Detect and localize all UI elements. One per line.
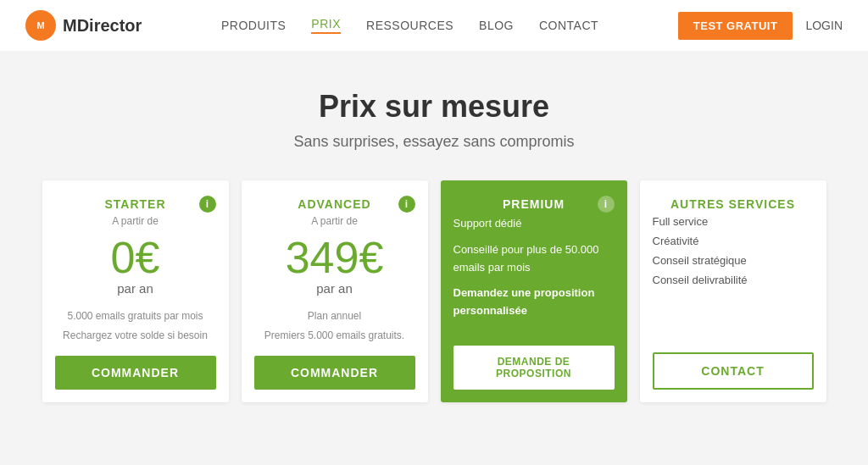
svg-text:M: M	[36, 20, 44, 30]
starter-card: STARTER i A partir de 0€ par an 5.000 em…	[42, 180, 229, 402]
premium-title: PREMIUM	[503, 197, 565, 211]
starter-title: STARTER	[104, 197, 165, 211]
nav-ressources[interactable]: RESSOURCES	[366, 19, 453, 32]
premium-proposition-button[interactable]: DEMANDE DE PROPOSITION	[453, 346, 615, 390]
premium-feature2: Conseillé pour plus de 50.000 emails par…	[453, 241, 615, 277]
nav-produits[interactable]: PRODUITS	[221, 19, 286, 32]
autres-services-list: Full service Créativité Conseil stratégi…	[653, 215, 814, 293]
premium-card: PREMIUM i Support dédié Conseillé pour p…	[441, 180, 627, 402]
advanced-price: 349€	[286, 235, 384, 280]
advanced-a-partir: A partir de	[311, 215, 358, 227]
nav-prix[interactable]: PRIX	[311, 17, 341, 34]
starter-commander-button[interactable]: COMMANDER	[55, 356, 216, 390]
starter-info-icon[interactable]: i	[199, 196, 216, 213]
nav-contact[interactable]: CONTACT	[539, 19, 598, 32]
premium-feature3: Demandez une proposition personnalisée	[453, 285, 615, 320]
autres-title: AUTRES SERVICES	[670, 197, 795, 211]
advanced-par-an: par an	[316, 281, 353, 296]
starter-par-an: par an	[117, 281, 153, 296]
advanced-desc2: Premiers 5.000 emails gratuits.	[264, 328, 404, 343]
logo-icon: M	[25, 10, 56, 41]
autres-contact-button[interactable]: CONTACT	[653, 352, 814, 390]
service-strategie: Conseil stratégique	[653, 254, 814, 267]
starter-desc2: Rechargez votre solde si besoin	[63, 328, 208, 343]
autres-services-card: AUTRES SERVICES Full service Créativité …	[640, 180, 826, 402]
service-delivrabilite: Conseil delivrabilité	[653, 274, 814, 286]
login-link[interactable]: LOGIN	[805, 19, 843, 32]
header-actions: TEST GRATUIT LOGIN	[678, 12, 843, 40]
service-creativite: Créativité	[653, 235, 814, 247]
test-gratuit-button[interactable]: TEST GRATUIT	[678, 12, 793, 40]
starter-a-partir: A partir de	[112, 215, 159, 227]
premium-info-icon[interactable]: i	[598, 196, 615, 213]
pricing-grid: STARTER i A partir de 0€ par an 5.000 em…	[0, 180, 868, 428]
advanced-card: ADVANCED i A partir de 349€ par an Plan …	[242, 180, 428, 402]
hero-section: Prix sur mesure Sans surprises, essayez …	[0, 51, 868, 180]
advanced-commander-button[interactable]: COMMANDER	[254, 356, 415, 390]
nav-blog[interactable]: BLOG	[479, 19, 514, 32]
advanced-desc1: Plan annuel	[308, 308, 361, 324]
premium-features: Support dédié Conseillé pour plus de 50.…	[453, 215, 615, 329]
main-nav: PRODUITS PRIX RESSOURCES BLOG CONTACT	[142, 17, 677, 34]
starter-price: 0€	[111, 235, 160, 280]
premium-feature1: Support dédié	[453, 215, 615, 233]
logo-text: MDirector	[63, 16, 142, 36]
starter-desc1: 5.000 emails gratuits par mois	[67, 308, 203, 324]
hero-subtitle: Sans surprises, essayez sans compromis	[17, 133, 851, 151]
service-full: Full service	[653, 215, 814, 228]
logo[interactable]: M MDirector	[25, 10, 142, 41]
hero-title: Prix sur mesure	[17, 89, 851, 125]
advanced-title: ADVANCED	[298, 197, 370, 211]
advanced-info-icon[interactable]: i	[398, 196, 415, 213]
